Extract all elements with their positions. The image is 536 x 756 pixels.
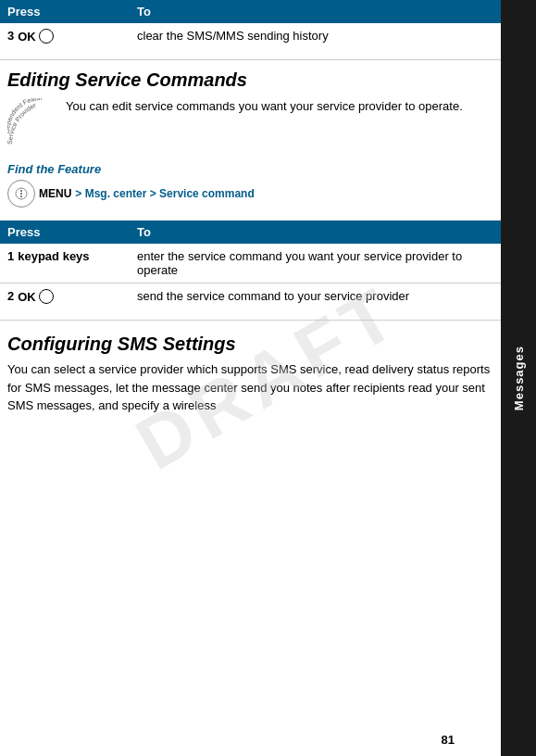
top-row1-press: 3 OK [0, 23, 130, 59]
find-feature-label: Find the Feature [7, 162, 493, 176]
ok-circle-icon-2 [39, 289, 54, 304]
ok-badge: OK [18, 29, 54, 44]
top-table-header: Press To [0, 0, 501, 23]
table-row: 2 OK send the service command to your se… [0, 284, 501, 321]
sms-description: You can select a service provider which … [0, 360, 501, 422]
editing-description-area: Service Provider Dependent Feature You c… [0, 94, 501, 157]
menu-symbol-icon [15, 187, 28, 200]
ok-badge-2: OK [18, 289, 54, 304]
menu-icon [7, 180, 35, 208]
find-feature-section: Find the Feature MENU > Msg. center > Se… [0, 157, 501, 217]
top-row1-to: clear the SMS/MMS sending history [130, 23, 501, 59]
service-provider-badge: Service Provider Dependent Feature [7, 98, 58, 149]
ok-label: OK [18, 30, 36, 44]
editing-row1-press: 1 keypad keys [0, 244, 130, 283]
feature-path: > Msg. center > Service command [75, 187, 254, 200]
editing-table: Press To 1 keypad keys enter the service… [0, 220, 501, 321]
editing-section-heading: Editing Service Commands [0, 60, 501, 94]
svg-point-5 [20, 195, 22, 197]
ok-circle-icon [39, 29, 54, 44]
editing-header-press: Press [0, 220, 130, 244]
table-row: 1 keypad keys enter the service command … [0, 244, 501, 284]
editing-description-text: You can edit service commands you want y… [66, 98, 493, 115]
sidebar: Messages [501, 0, 536, 756]
svg-text:Service Provider: Service Provider [7, 101, 38, 145]
ok-label-2: OK [18, 290, 36, 304]
top-header-press: Press [0, 0, 130, 23]
row-number: 3 [7, 29, 14, 43]
page-number: 81 [442, 733, 455, 747]
editing-header-to: To [130, 220, 501, 244]
keypad-keys-label: keypad keys [18, 249, 89, 263]
editing-table-header: Press To [0, 220, 501, 244]
top-header-to: To [130, 0, 501, 23]
sidebar-label: Messages [512, 346, 526, 410]
menu-label: MENU [39, 187, 71, 200]
editing-row2-press: 2 OK [0, 284, 130, 320]
diagonal-text-svg: Service Provider Dependent Feature [7, 98, 58, 149]
table-row: 3 OK clear the SMS/MMS sending history [0, 23, 501, 60]
editing-row2-to: send the service command to your service… [130, 284, 501, 320]
editing-row1-to: enter the service command you want your … [130, 244, 501, 283]
find-feature-path: MENU > Msg. center > Service command [7, 180, 493, 213]
sms-section-heading: Configuring SMS Settings [0, 321, 501, 360]
svg-point-4 [20, 193, 22, 195]
top-table: Press To 3 OK clear the SMS/MMS sending … [0, 0, 501, 60]
main-content: Press To 3 OK clear the SMS/MMS sending … [0, 0, 501, 756]
row-number: 2 [7, 289, 14, 303]
row-number: 1 [7, 249, 14, 263]
svg-point-3 [20, 190, 22, 192]
